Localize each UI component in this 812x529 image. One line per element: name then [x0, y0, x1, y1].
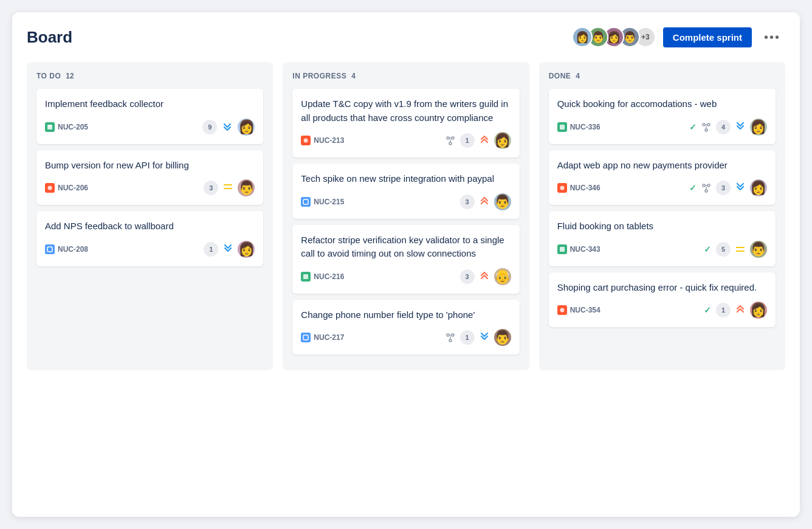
card-nuc-208[interactable]: Add NPS feedback to wallboard NUC-208 1 [36, 211, 263, 266]
svg-point-15 [452, 334, 454, 336]
card-meta-nuc-216: NUC-216 3 👴 [301, 268, 511, 285]
avatar-nuc-206: 👨 [238, 179, 255, 196]
svg-point-7 [304, 139, 308, 143]
card-nuc-336[interactable]: Quick booking for accomodations - web NU… [549, 89, 776, 144]
svg-point-10 [449, 142, 452, 145]
card-meta-nuc-208: NUC-208 1 👩 [45, 241, 255, 258]
avatar-nuc-208: 👩 [238, 241, 255, 258]
svg-point-18 [703, 123, 705, 126]
card-title-nuc-213: Update T&C copy with v1.9 from the write… [301, 97, 511, 125]
issue-badge-nuc-216: NUC-216 [301, 272, 344, 282]
card-title-nuc-217: Change phone number field type to 'phone… [301, 308, 511, 322]
priority-icon-nuc-215 [480, 196, 489, 207]
page-title: Board [27, 28, 72, 47]
issue-badge-nuc-205: NUC-205 [45, 122, 88, 132]
card-nuc-205[interactable]: Implement feedback collector NUC-205 9 [36, 89, 263, 144]
card-meta-nuc-206: NUC-206 3 👨 [45, 179, 255, 196]
priority-icon-nuc-213 [480, 135, 489, 146]
bug-icon-346 [557, 183, 567, 193]
priority-icon-nuc-208 [223, 244, 233, 255]
column-inprogress: IN PROGRESS 4 Update T&C copy with v1.9 … [283, 62, 529, 370]
svg-point-14 [447, 334, 449, 336]
column-header-inprogress: IN PROGRESS 4 [292, 72, 519, 80]
svg-point-20 [705, 129, 707, 131]
issue-badge-nuc-217: NUC-217 [301, 333, 344, 342]
card-nuc-346[interactable]: Adapt web app no new payments provider N… [549, 150, 776, 206]
card-meta-nuc-205: NUC-205 9 👩 [45, 119, 255, 136]
card-title-nuc-346: Adapt web app no new payments provider [557, 159, 767, 173]
svg-point-19 [707, 123, 710, 126]
task-icon-215 [301, 197, 311, 207]
git-icon-217 [446, 333, 455, 342]
avatar-group: 👩 👨 👩 👨 +3 [572, 27, 656, 47]
more-options-button[interactable]: ••• [759, 28, 785, 47]
avatar-nuc-346: 👩 [750, 179, 767, 196]
svg-point-9 [452, 137, 454, 139]
svg-point-23 [707, 184, 710, 187]
card-meta-nuc-354: NUC-354 ✓ 1 👩 [557, 302, 767, 319]
card-title-nuc-354: Shoping cart purchasing error - quick fi… [557, 281, 767, 295]
avatar-nuc-205: 👩 [238, 119, 255, 136]
svg-rect-25 [560, 247, 565, 252]
svg-rect-13 [303, 335, 308, 340]
priority-icon-nuc-217 [480, 332, 489, 343]
task-icon-217 [301, 333, 311, 342]
priority-icon-nuc-336 [735, 122, 745, 133]
card-nuc-206[interactable]: Bump version for new API for billing NUC… [36, 150, 263, 206]
issue-badge-nuc-346: NUC-346 [557, 183, 600, 193]
column-header-todo: TO DO 12 [36, 72, 263, 80]
column-header-done: DONE 4 [549, 72, 776, 80]
card-nuc-215[interactable]: Tech spike on new stripe integration wit… [292, 164, 519, 219]
card-title-nuc-343: Fluid booking on tablets [557, 220, 767, 233]
git-icon-213 [446, 136, 455, 145]
column-title-done: DONE [549, 72, 571, 80]
svg-point-24 [705, 190, 707, 192]
svg-point-8 [447, 137, 449, 139]
card-title-nuc-208: Add NPS feedback to wallboard [45, 220, 255, 233]
app-container: Board 👩 👨 👩 👨 +3 Complete sprint ••• [12, 12, 800, 517]
bug-icon-213 [301, 136, 311, 145]
story-icon-336 [557, 122, 567, 132]
story-icon [45, 122, 55, 132]
count-nuc-217: 1 [460, 330, 475, 345]
card-title-nuc-336: Quick booking for accomodations - web [557, 97, 767, 111]
column-done: DONE 4 Quick booking for accomodations -… [539, 62, 785, 370]
issue-badge-nuc-336: NUC-336 [557, 122, 600, 132]
priority-icon-nuc-346 [735, 182, 745, 193]
card-nuc-216[interactable]: Refactor stripe verification key validat… [292, 225, 519, 294]
column-title-todo: TO DO [36, 72, 61, 80]
avatar-nuc-354: 👩 [750, 302, 767, 319]
svg-rect-17 [560, 125, 565, 130]
issue-badge-nuc-215: NUC-215 [301, 197, 344, 207]
complete-sprint-button[interactable]: Complete sprint [663, 27, 752, 47]
column-count-inprogress: 4 [351, 72, 356, 80]
board: TO DO 12 Implement feedback collector NU… [27, 62, 785, 370]
svg-rect-11 [303, 199, 308, 204]
header: Board 👩 👨 👩 👨 +3 Complete sprint ••• [27, 27, 785, 47]
card-nuc-354[interactable]: Shoping cart purchasing error - quick fi… [549, 272, 776, 328]
card-nuc-217[interactable]: Change phone number field type to 'phone… [292, 300, 519, 355]
svg-point-3 [48, 186, 52, 190]
avatar-nuc-343: 👨 [750, 241, 767, 258]
svg-rect-2 [48, 126, 52, 127]
check-icon-354: ✓ [704, 305, 711, 315]
card-nuc-343[interactable]: Fluid booking on tablets NUC-343 ✓ 5 [549, 211, 776, 266]
issue-badge-nuc-343: NUC-343 [557, 244, 600, 254]
git-icon-336 [701, 122, 711, 132]
svg-point-22 [703, 184, 705, 187]
issue-badge-nuc-213: NUC-213 [301, 136, 344, 145]
count-nuc-343: 5 [716, 242, 731, 257]
count-nuc-206: 3 [204, 181, 218, 195]
card-meta-nuc-217: NUC-217 1 [301, 329, 511, 346]
issue-badge-nuc-208: NUC-208 [45, 244, 88, 254]
column-count-todo: 12 [66, 72, 74, 80]
story-icon-343 [557, 244, 567, 254]
column-todo: TO DO 12 Implement feedback collector NU… [27, 62, 273, 370]
avatar-1[interactable]: 👩 [572, 27, 593, 47]
card-nuc-213[interactable]: Update T&C copy with v1.9 from the write… [292, 89, 519, 157]
priority-icon-nuc-343 [735, 244, 745, 255]
count-nuc-346: 3 [716, 181, 731, 195]
card-title-nuc-216: Refactor stripe verification key validat… [301, 233, 511, 261]
svg-rect-1 [48, 125, 52, 126]
column-title-inprogress: IN PROGRESS [292, 72, 346, 80]
